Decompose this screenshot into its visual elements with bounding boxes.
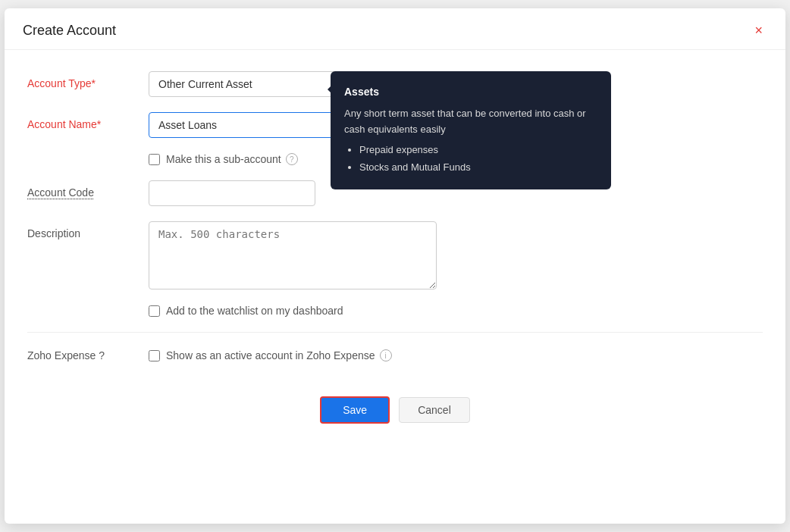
footer-buttons: Save Cancel [27,384,763,442]
zoho-label: Zoho Expense ? [27,349,149,361]
modal-title: Create Account [23,23,116,39]
tooltip-title: Assets [344,83,597,100]
info-icon[interactable]: i [380,349,392,361]
zoho-active-label: Show as an active account in Zoho Expens… [166,349,375,361]
cancel-button[interactable]: Cancel [399,397,470,423]
zoho-active-checkbox[interactable] [149,350,160,361]
close-button[interactable]: × [750,22,767,39]
account-type-row: Account Type* Other Current Asset ▾ Asse… [27,71,763,97]
watchlist-label: Add to the watchlist on my dashboard [166,305,343,317]
zoho-expense-row: Zoho Expense ? Show as an active account… [27,349,763,361]
watchlist-row: Add to the watchlist on my dashboard [149,305,763,317]
modal-header: Create Account × [5,8,785,50]
tooltip-list: Prepaid expenses Stocks and Mutual Funds [344,142,597,176]
divider [27,332,763,333]
tooltip-item-2: Stocks and Mutual Funds [359,160,597,176]
modal-body: Account Type* Other Current Asset ▾ Asse… [5,50,785,457]
description-label: Description [27,221,149,239]
create-account-modal: Create Account × Account Type* Other Cur… [5,8,785,524]
description-row: Description [27,221,763,289]
zoho-checkbox-wrap: Show as an active account in Zoho Expens… [149,349,392,361]
description-textarea[interactable] [149,221,437,289]
sub-account-checkbox[interactable] [149,154,160,165]
account-code-label: Account Code [27,180,149,199]
tooltip-item-1: Prepaid expenses [359,142,597,158]
account-code-input[interactable] [149,180,315,206]
help-icon[interactable]: ? [286,153,298,165]
save-button[interactable]: Save [320,396,390,424]
tooltip-text: Any short term asset that can be convert… [344,106,597,138]
assets-tooltip: Assets Any short term asset that can be … [331,71,611,189]
modal-overlay: Create Account × Account Type* Other Cur… [0,0,790,532]
account-type-label: Account Type* [27,71,149,89]
sub-account-label: Make this a sub-account [166,153,281,165]
watchlist-checkbox[interactable] [149,305,160,317]
account-name-label: Account Name* [27,112,149,130]
